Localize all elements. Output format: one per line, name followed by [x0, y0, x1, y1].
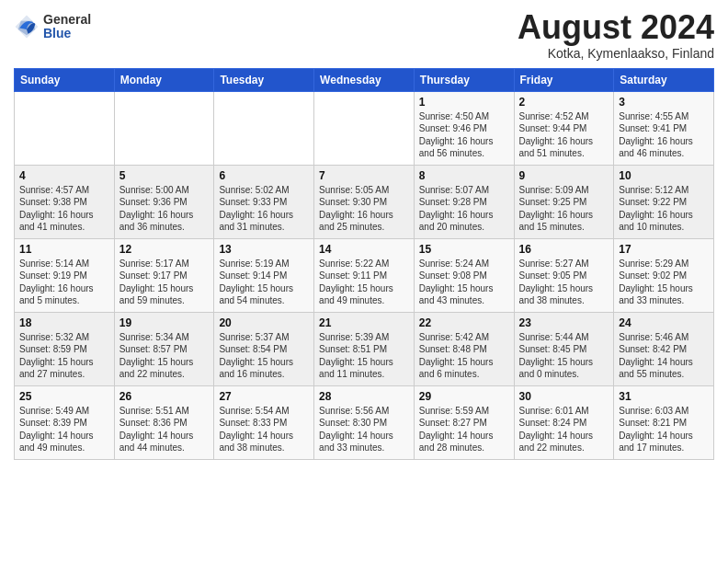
location: Kotka, Kymenlaakso, Finland — [518, 46, 714, 61]
day-info: Sunrise: 5:17 AMSunset: 9:17 PMDaylight:… — [119, 258, 210, 307]
day-info: Sunrise: 5:37 AMSunset: 8:54 PMDaylight:… — [219, 331, 309, 381]
logo-blue: Blue — [43, 27, 91, 40]
calendar-cell: 10Sunrise: 5:12 AMSunset: 9:22 PMDayligh… — [614, 165, 714, 238]
day-number: 30 — [519, 390, 609, 403]
day-number: 9 — [519, 169, 609, 182]
calendar-cell: 16Sunrise: 5:27 AMSunset: 9:05 PMDayligh… — [514, 238, 614, 312]
calendar-cell: 31Sunrise: 6:03 AMSunset: 8:21 PMDayligh… — [614, 385, 714, 459]
day-number: 2 — [519, 96, 609, 109]
calendar-cell: 14Sunrise: 5:22 AMSunset: 9:11 PMDayligh… — [314, 238, 415, 312]
day-number: 28 — [319, 390, 409, 403]
day-info: Sunrise: 5:42 AMSunset: 8:48 PMDaylight:… — [419, 331, 509, 381]
calendar-cell: 13Sunrise: 5:19 AMSunset: 9:14 PMDayligh… — [214, 238, 314, 312]
day-info: Sunrise: 5:39 AMSunset: 8:51 PMDaylight:… — [319, 331, 409, 381]
day-info: Sunrise: 5:07 AMSunset: 9:28 PMDaylight:… — [419, 184, 509, 234]
calendar-cell: 29Sunrise: 5:59 AMSunset: 8:27 PMDayligh… — [414, 385, 514, 459]
calendar-cell: 5Sunrise: 5:00 AMSunset: 9:36 PMDaylight… — [114, 165, 214, 238]
logo: General Blue — [14, 13, 91, 41]
day-info: Sunrise: 5:29 AMSunset: 9:02 PMDaylight:… — [619, 258, 709, 307]
calendar-cell: 19Sunrise: 5:34 AMSunset: 8:57 PMDayligh… — [114, 312, 214, 385]
day-info: Sunrise: 5:46 AMSunset: 8:42 PMDaylight:… — [619, 331, 709, 381]
day-info: Sunrise: 5:00 AMSunset: 9:36 PMDaylight:… — [119, 184, 210, 234]
day-number: 5 — [119, 169, 210, 182]
calendar-cell: 27Sunrise: 5:54 AMSunset: 8:33 PMDayligh… — [214, 385, 314, 459]
col-tuesday: Tuesday — [214, 68, 314, 91]
day-number: 22 — [419, 316, 509, 329]
day-number: 3 — [619, 96, 709, 109]
calendar-cell — [214, 91, 314, 165]
calendar-cell: 24Sunrise: 5:46 AMSunset: 8:42 PMDayligh… — [614, 312, 714, 385]
calendar-cell: 6Sunrise: 5:02 AMSunset: 9:33 PMDaylight… — [214, 165, 314, 238]
day-number: 20 — [219, 316, 309, 329]
day-number: 1 — [419, 96, 509, 109]
day-info: Sunrise: 6:01 AMSunset: 8:24 PMDaylight:… — [519, 405, 609, 454]
day-info: Sunrise: 5:51 AMSunset: 8:36 PMDaylight:… — [119, 405, 210, 454]
calendar-week-3: 18Sunrise: 5:32 AMSunset: 8:59 PMDayligh… — [15, 312, 714, 385]
calendar-cell: 1Sunrise: 4:50 AMSunset: 9:46 PMDaylight… — [414, 91, 514, 165]
day-number: 26 — [119, 390, 210, 403]
calendar-cell: 22Sunrise: 5:42 AMSunset: 8:48 PMDayligh… — [414, 312, 514, 385]
col-thursday: Thursday — [414, 68, 514, 91]
day-number: 13 — [219, 243, 309, 256]
day-info: Sunrise: 5:56 AMSunset: 8:30 PMDaylight:… — [319, 405, 409, 454]
day-number: 31 — [619, 390, 709, 403]
calendar-cell: 7Sunrise: 5:05 AMSunset: 9:30 PMDaylight… — [314, 165, 415, 238]
day-info: Sunrise: 5:24 AMSunset: 9:08 PMDaylight:… — [419, 258, 509, 307]
day-number: 6 — [219, 169, 309, 182]
calendar-cell: 4Sunrise: 4:57 AMSunset: 9:38 PMDaylight… — [15, 165, 115, 238]
calendar-cell: 25Sunrise: 5:49 AMSunset: 8:39 PMDayligh… — [15, 385, 115, 459]
month-year: August 2024 — [518, 9, 714, 46]
page-header: General Blue August 2024 Kotka, Kymenlaa… — [14, 9, 714, 61]
calendar-cell: 18Sunrise: 5:32 AMSunset: 8:59 PMDayligh… — [15, 312, 115, 385]
calendar-cell: 12Sunrise: 5:17 AMSunset: 9:17 PMDayligh… — [114, 238, 214, 312]
calendar-cell: 20Sunrise: 5:37 AMSunset: 8:54 PMDayligh… — [214, 312, 314, 385]
col-wednesday: Wednesday — [314, 68, 415, 91]
calendar-cell: 11Sunrise: 5:14 AMSunset: 9:19 PMDayligh… — [15, 238, 115, 312]
day-info: Sunrise: 5:05 AMSunset: 9:30 PMDaylight:… — [319, 184, 409, 234]
calendar: Sunday Monday Tuesday Wednesday Thursday… — [14, 68, 714, 460]
day-info: Sunrise: 5:34 AMSunset: 8:57 PMDaylight:… — [119, 331, 210, 381]
day-number: 18 — [19, 316, 109, 329]
calendar-cell: 26Sunrise: 5:51 AMSunset: 8:36 PMDayligh… — [114, 385, 214, 459]
day-number: 27 — [219, 390, 309, 403]
calendar-cell: 2Sunrise: 4:52 AMSunset: 9:44 PMDaylight… — [514, 91, 614, 165]
calendar-week-1: 4Sunrise: 4:57 AMSunset: 9:38 PMDaylight… — [15, 165, 714, 238]
day-number: 15 — [419, 243, 509, 256]
calendar-cell: 9Sunrise: 5:09 AMSunset: 9:25 PMDaylight… — [514, 165, 614, 238]
day-number: 14 — [319, 243, 409, 256]
calendar-cell — [114, 91, 214, 165]
calendar-cell — [314, 91, 415, 165]
day-info: Sunrise: 5:09 AMSunset: 9:25 PMDaylight:… — [519, 184, 609, 234]
col-monday: Monday — [114, 68, 214, 91]
calendar-cell: 23Sunrise: 5:44 AMSunset: 8:45 PMDayligh… — [514, 312, 614, 385]
day-number: 25 — [19, 390, 109, 403]
day-info: Sunrise: 4:50 AMSunset: 9:46 PMDaylight:… — [419, 110, 509, 160]
calendar-cell: 3Sunrise: 4:55 AMSunset: 9:41 PMDaylight… — [614, 91, 714, 165]
day-info: Sunrise: 5:14 AMSunset: 9:19 PMDaylight:… — [19, 258, 109, 307]
calendar-week-0: 1Sunrise: 4:50 AMSunset: 9:46 PMDaylight… — [15, 91, 714, 165]
day-info: Sunrise: 5:44 AMSunset: 8:45 PMDaylight:… — [519, 331, 609, 381]
calendar-week-2: 11Sunrise: 5:14 AMSunset: 9:19 PMDayligh… — [15, 238, 714, 312]
logo-icon — [14, 14, 40, 40]
calendar-cell: 8Sunrise: 5:07 AMSunset: 9:28 PMDaylight… — [414, 165, 514, 238]
day-info: Sunrise: 5:32 AMSunset: 8:59 PMDaylight:… — [19, 331, 109, 381]
day-number: 8 — [419, 169, 509, 182]
day-number: 7 — [319, 169, 409, 182]
title-block: August 2024 Kotka, Kymenlaakso, Finland — [518, 9, 714, 61]
day-info: Sunrise: 4:52 AMSunset: 9:44 PMDaylight:… — [519, 110, 609, 160]
day-info: Sunrise: 5:12 AMSunset: 9:22 PMDaylight:… — [619, 184, 709, 234]
day-number: 16 — [519, 243, 609, 256]
day-info: Sunrise: 5:19 AMSunset: 9:14 PMDaylight:… — [219, 258, 309, 307]
day-info: Sunrise: 5:22 AMSunset: 9:11 PMDaylight:… — [319, 258, 409, 307]
day-info: Sunrise: 5:54 AMSunset: 8:33 PMDaylight:… — [219, 405, 309, 454]
day-info: Sunrise: 6:03 AMSunset: 8:21 PMDaylight:… — [619, 405, 709, 454]
day-info: Sunrise: 4:57 AMSunset: 9:38 PMDaylight:… — [19, 184, 109, 234]
calendar-cell: 17Sunrise: 5:29 AMSunset: 9:02 PMDayligh… — [614, 238, 714, 312]
day-number: 21 — [319, 316, 409, 329]
day-number: 19 — [119, 316, 210, 329]
day-info: Sunrise: 5:27 AMSunset: 9:05 PMDaylight:… — [519, 258, 609, 307]
calendar-cell: 30Sunrise: 6:01 AMSunset: 8:24 PMDayligh… — [514, 385, 614, 459]
day-info: Sunrise: 5:49 AMSunset: 8:39 PMDaylight:… — [19, 405, 109, 454]
calendar-week-4: 25Sunrise: 5:49 AMSunset: 8:39 PMDayligh… — [15, 385, 714, 459]
day-number: 17 — [619, 243, 709, 256]
